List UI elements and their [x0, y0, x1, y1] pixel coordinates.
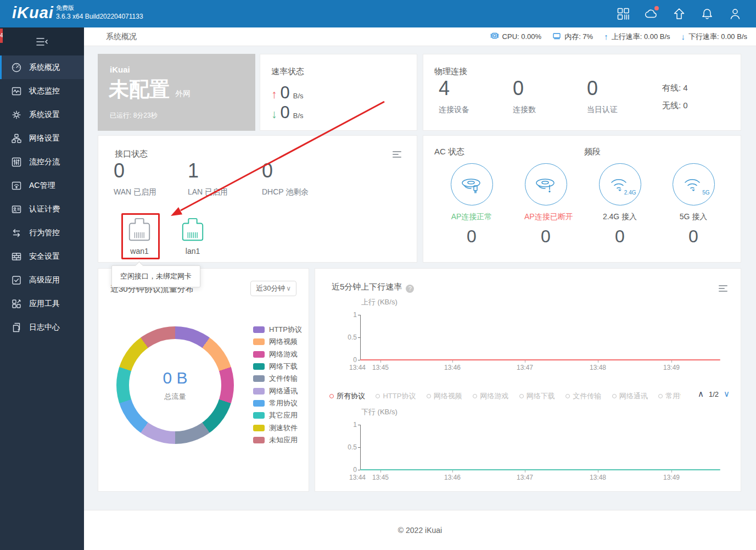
- edge-notification-badge[interactable]: 4: [0, 29, 3, 43]
- version-label: 3.6.3 x64 Build202204071133: [56, 12, 143, 21]
- physical-connections-card: 物理连接 4 连接设备 0 连接数 0 当日认证 有线: 4 无线: 0: [423, 54, 741, 131]
- down-chart-plot: [360, 425, 720, 470]
- port-wan1[interactable]: wan1: [122, 217, 157, 255]
- y-tick: 0: [337, 466, 357, 474]
- filter-common-protocols[interactable]: 常用协议: [658, 391, 681, 401]
- sidebar: 系统概况 状态监控 系统设置 网络设置 流控分流 AC管理 认证计费 行为管控 …: [0, 27, 84, 550]
- sidebar-item-status-monitor[interactable]: 状态监控: [0, 79, 84, 103]
- filter-download[interactable]: 网络下载: [519, 391, 555, 401]
- card-menu-icon[interactable]: [719, 285, 727, 293]
- legend-swatch: [253, 351, 265, 358]
- port-lan1[interactable]: lan1: [175, 217, 210, 255]
- total-traffic-label: 总流量: [165, 392, 186, 402]
- id-card-icon: [11, 204, 22, 215]
- upgrade-arrow-icon[interactable]: [673, 7, 686, 20]
- pager-down-icon[interactable]: ∨: [724, 389, 730, 399]
- up-chart-label: 上行 (KB/s): [361, 297, 397, 307]
- ap-offline-count: 0: [524, 226, 567, 247]
- time-range-dropdown[interactable]: 近30分钟 ∨: [250, 281, 296, 296]
- ap-disconnected-icon: [525, 163, 567, 205]
- cloud-icon[interactable]: [645, 7, 658, 20]
- bell-icon[interactable]: [701, 7, 714, 20]
- ikuai-logo: iKuai: [12, 4, 54, 22]
- legend-item[interactable]: 常用协议: [253, 397, 302, 409]
- sidebar-item-label: 日志中心: [29, 323, 60, 332]
- ap-offline-column: AP连接已断开 0: [524, 163, 567, 247]
- memory-value: 内存: 7%: [564, 32, 593, 42]
- filter-http[interactable]: HTTP协议: [376, 391, 416, 401]
- upload-rate-row: ↑ 0 B/s: [271, 83, 304, 103]
- uptime-label: 已运行: 8分23秒: [110, 111, 158, 120]
- log-pages-icon: [11, 322, 22, 333]
- lan-enabled-stat: 1 LAN 已启用: [188, 161, 259, 197]
- x-tick: 13:49: [663, 364, 680, 371]
- band-24g-column: 2.4G 2.4G 接入 0: [598, 163, 641, 247]
- legend-swatch: [253, 375, 265, 382]
- protocol-filter-row: 所有协议 HTTP协议 网络视频 网络游戏 网络下载 文件传输 网络通讯 常用协…: [329, 391, 681, 402]
- card-menu-icon[interactable]: [393, 151, 401, 159]
- sidebar-item-behavior-control[interactable]: 行为管控: [0, 221, 84, 245]
- user-icon[interactable]: [729, 7, 742, 20]
- sidebar-item-system-overview[interactable]: 系统概况: [0, 55, 84, 79]
- filter-pager: ∧ 1/2 ∨: [693, 389, 730, 399]
- legend-item[interactable]: 网络通讯: [253, 385, 302, 397]
- legend-label: 文件传输: [269, 374, 298, 384]
- band-5g-count: 0: [672, 226, 715, 247]
- memory-icon: [552, 31, 561, 42]
- sidebar-item-network-settings[interactable]: 网络设置: [0, 126, 84, 150]
- port-name: lan1: [175, 247, 210, 255]
- help-icon[interactable]: ?: [406, 285, 414, 293]
- speed-card-title: 近5分钟上下行速率?: [332, 282, 414, 293]
- x-tick: 13:44: [349, 364, 366, 371]
- legend-item[interactable]: 未知应用: [253, 434, 302, 446]
- filter-label: 网络游戏: [480, 391, 508, 401]
- legend-item[interactable]: 文件传输: [253, 373, 302, 385]
- legend-item[interactable]: 测速软件: [253, 421, 302, 434]
- copyright: © 2022 iKuai: [398, 526, 442, 535]
- ac-status-card: AC 状态 频段 AP连接正常 0 AP连接已断开 0 2.4G 2.4G 接入…: [423, 135, 741, 263]
- donut-legend: HTTP协议 网络视频 网络游戏 网络下载 文件传输 网络通讯 常用协议 其它应…: [253, 324, 302, 446]
- sidebar-item-label: AC管理: [29, 181, 55, 191]
- sidebar-item-log-center[interactable]: 日志中心: [0, 315, 84, 339]
- filter-video[interactable]: 网络视频: [427, 391, 462, 401]
- interface-card-title: 接口状态: [115, 149, 148, 159]
- sidebar-collapse-button[interactable]: [0, 27, 84, 55]
- filter-file-transfer[interactable]: 文件传输: [565, 391, 601, 401]
- network-topology-icon: [11, 133, 22, 144]
- band-title: 频段: [584, 147, 601, 157]
- apps-grid-icon[interactable]: [617, 7, 630, 20]
- time-range-value: 近30分钟: [256, 284, 285, 293]
- port-name: wan1: [122, 247, 157, 255]
- edition-label: 免费版: [56, 4, 143, 12]
- legend-item[interactable]: 其它应用: [253, 409, 302, 421]
- sidebar-item-flow-control[interactable]: 流控分流: [0, 150, 84, 174]
- breadcrumb: 系统概况: [106, 32, 137, 42]
- footer: © 2022 iKuai: [84, 510, 756, 550]
- radio-icon: [376, 394, 380, 398]
- legend-item[interactable]: 网络视频: [253, 336, 302, 348]
- sidebar-item-label: 安全设置: [29, 252, 60, 262]
- legend-item[interactable]: 网络游戏: [253, 348, 302, 360]
- sidebar-item-advanced-apps[interactable]: 高级应用: [0, 268, 84, 292]
- system-metrics: CPU: 0.00% 内存: 7% ↑ 上行速率: 0.00 B/s ↓ 下行速…: [490, 27, 747, 46]
- legend-swatch: [253, 326, 265, 333]
- filter-label: 所有协议: [337, 391, 365, 401]
- sidebar-item-app-tools[interactable]: 应用工具: [0, 292, 84, 315]
- legend-swatch: [253, 437, 265, 443]
- filter-communication[interactable]: 网络通讯: [612, 391, 648, 401]
- stat-value: 0: [513, 79, 584, 98]
- radio-icon: [329, 394, 334, 398]
- sidebar-item-ac-management[interactable]: AC管理: [0, 174, 84, 197]
- banner-title-suffix: 外网: [175, 89, 191, 98]
- filter-all-protocols[interactable]: 所有协议: [329, 391, 365, 401]
- pager-up-icon[interactable]: ∧: [698, 389, 704, 399]
- sidebar-item-security-settings[interactable]: 安全设置: [0, 245, 84, 268]
- ethernet-port-icon: [127, 217, 152, 242]
- sidebar-item-system-settings[interactable]: 系统设置: [0, 103, 84, 126]
- sidebar-item-auth-billing[interactable]: 认证计费: [0, 197, 84, 221]
- legend-item[interactable]: 网络下载: [253, 360, 302, 373]
- sidebar-item-label: 高级应用: [29, 275, 60, 285]
- legend-item[interactable]: HTTP协议: [253, 324, 302, 336]
- filter-games[interactable]: 网络游戏: [473, 391, 508, 401]
- main-content: iKuai 未配置 外网 已运行: 8分23秒 速率状态 ↑ 0 B/s ↓ 0…: [84, 46, 756, 550]
